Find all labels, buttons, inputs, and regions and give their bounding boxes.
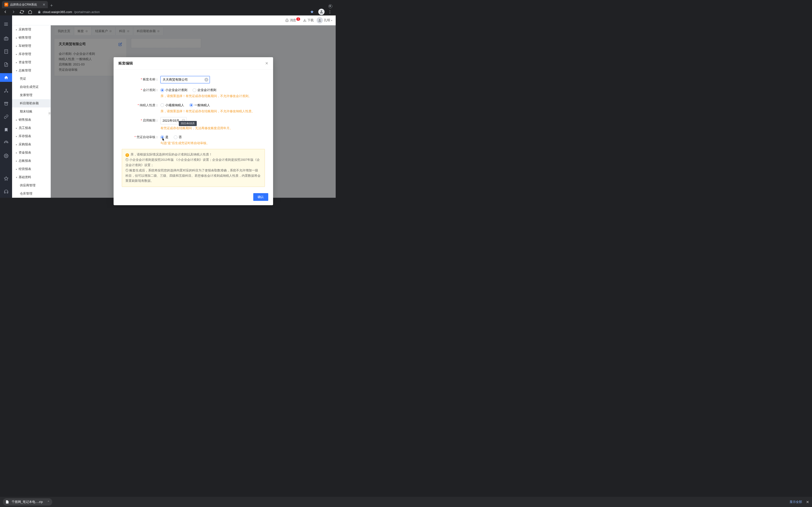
svg-line-19 [6,142,7,143]
sidebar-group-label: 总账报表 [18,159,31,163]
svg-point-14 [4,92,5,92]
chevron-right-icon: ▸ [16,127,17,129]
rail-sitemap-icon[interactable] [0,86,12,95]
back-button[interactable] [2,8,9,15]
sidebar-item[interactable]: 发票管理 [12,91,51,99]
label-audit: 凭证自动审核： [137,135,158,139]
profile-button[interactable] [318,9,324,15]
chevron-right-icon: ▸ [16,119,17,121]
account-name-input[interactable] [160,76,210,83]
svg-rect-3 [4,38,8,40]
sidebar-group[interactable]: ▾总账管理 [12,66,51,74]
radio-audit-no[interactable]: 否 [174,135,182,139]
tab-strip: 外 品牌商企业CRM系统 ✕ + [0,0,336,8]
rail-building-icon[interactable] [0,47,12,56]
rail-document-icon[interactable] [0,60,12,69]
confirm-button[interactable]: 确认 [253,193,268,201]
sidebar-group[interactable]: ▸资金报表 [12,149,51,157]
radio-label: 企业会计准则 [197,88,216,92]
sidebar-group[interactable]: ▸库存管理 [12,50,51,58]
tab-title: 品牌商企业CRM系统 [10,3,41,7]
sidebar-group[interactable]: ▸采购报表 [12,140,51,149]
sidebar-group[interactable]: ▸销售管理 [12,34,51,42]
sidebar-item[interactable]: 供应商管理 [12,181,51,189]
radio-audit-yes[interactable]: 是 [160,135,168,139]
sidebar-item[interactable]: 科目期初余额 [12,99,51,107]
sidebar-item[interactable]: 自动生成凭证 [12,83,51,91]
svg-point-13 [6,89,6,90]
sidebar-group-label: 采购管理 [18,27,31,32]
rail-home-icon[interactable] [0,73,12,82]
radio-rule-enterprise[interactable]: 企业会计准则 [193,88,216,92]
close-icon[interactable]: ✕ [43,3,45,6]
sidebar-item[interactable]: 期末结账 [12,107,51,116]
chevron-right-icon: ▸ [16,53,17,56]
tab-overflow-icon[interactable] [328,4,332,8]
sidebar-group[interactable]: ▸员工报表 [12,124,51,132]
sidebar-item[interactable]: 仓库管理 [12,189,51,198]
label-rule: 会计准则： [143,88,158,92]
url-bar[interactable]: cloud.waiqin365.com/portal/main.action [35,8,317,15]
sidebar-group-label: 车销管理 [18,44,31,48]
bookmark-icon[interactable] [310,10,314,14]
sidebar-group[interactable]: ▸资金管理 [12,58,51,66]
rail-dashboard-icon[interactable] [0,138,12,147]
sidebar-group[interactable]: ▸经营报表 [12,165,51,173]
hamburger-icon[interactable] [0,19,12,29]
svg-rect-17 [5,103,7,105]
rail-briefcase-icon[interactable] [0,34,12,43]
label-name: 账套名称： [143,77,158,81]
radio-tax-general[interactable]: 一般纳税人 [190,103,210,107]
rail-link-icon[interactable] [0,112,12,121]
sidebar-group[interactable]: ▸库存报表 [12,132,51,140]
radio-rule-small[interactable]: 小企业会计准则 [160,88,187,92]
sidebar-group-label: 库存报表 [18,134,31,138]
chevron-right-icon: ▸ [16,143,17,146]
home-button[interactable] [27,8,33,15]
sidebar-item[interactable]: 凭证 [12,74,51,83]
rail-gear-icon[interactable] [0,151,12,160]
sidebar-group-label: 库存管理 [18,52,31,56]
sidebar-group-label: 采购报表 [18,142,31,147]
sidebar-group[interactable]: ▸车销管理 [12,42,51,50]
chevron-right-icon: ▸ [16,61,17,64]
rail-star-icon[interactable] [0,174,12,183]
sidebar-group-label: 销售报表 [18,118,31,122]
chevron-right-icon: ▸ [16,151,17,154]
rail-headset-icon[interactable] [0,187,12,196]
sidebar-group[interactable]: ▾基础资料 [12,173,51,181]
info-l1: ① 小企业会计准则是按照2013年版 《小企业会计准则》设置；企业会计准则是按照… [125,158,260,167]
info-box: !亲，请根据实际情况选择对应的会计准则以及纳税人性质！ ① 小企业会计准则是按照… [122,149,265,187]
sidebar-group[interactable]: ▸采购管理 [12,25,51,34]
info-head: 亲，请根据实际情况选择对应的会计准则以及纳税人性质！ [131,153,212,156]
rail-archive-icon[interactable] [0,99,12,108]
app-frame: 外 外勤 365 AirPalm ▸采购管理▸销售管理▸车销管理▸库存管理▸资金… [0,15,336,198]
close-icon[interactable]: ✕ [265,61,268,66]
radio-tax-small[interactable]: 小规模纳税人 [160,103,184,107]
clear-icon[interactable]: ✕ [204,78,208,81]
sidebar-group-label: 资金管理 [18,60,31,64]
main-area: 我的主页账套⊗结算账户⊗科目⊗科目期初余额⊗ 天天商贸有限公司 会计准则: 小企… [51,15,336,198]
browser-menu-button[interactable]: ⋮ [326,10,334,14]
sidebar-collapse-button[interactable]: ☰ [48,111,51,116]
browser-chrome: 外 品牌商企业CRM系统 ✕ + cloud.waiqin365.com/por… [0,0,336,15]
radio-label: 一般纳税人 [194,103,210,107]
hint-tax: 亲，请慎重选择！有凭证或存在结账期间，不允许修改纳税人性质。 [160,109,265,114]
forward-button[interactable] [10,8,17,15]
sidebar: 外 外勤 365 AirPalm ▸采购管理▸销售管理▸车销管理▸库存管理▸资金… [12,15,51,198]
sidebar-group[interactable]: ▸销售报表 [12,116,51,124]
svg-marker-21 [4,176,8,180]
rail-bookmark-icon[interactable] [0,125,12,134]
browser-tab-active[interactable]: 外 品牌商企业CRM系统 ✕ [2,1,48,8]
svg-point-15 [7,92,8,92]
chevron-right-icon: ▸ [16,28,17,31]
warning-icon: ! [125,153,129,157]
modal-mask: 账套编辑 ✕ *账套名称： ✕ *会计准则： [51,25,336,198]
sidebar-group[interactable]: ▸总账报表 [12,157,51,165]
period-tooltip: 2021年03月 [179,121,197,126]
chevron-right-icon: ▸ [16,135,17,137]
left-rail [0,15,12,198]
reload-button[interactable] [18,8,25,15]
sidebar-group-label: 员工报表 [18,126,31,130]
new-tab-button[interactable]: + [48,3,55,8]
